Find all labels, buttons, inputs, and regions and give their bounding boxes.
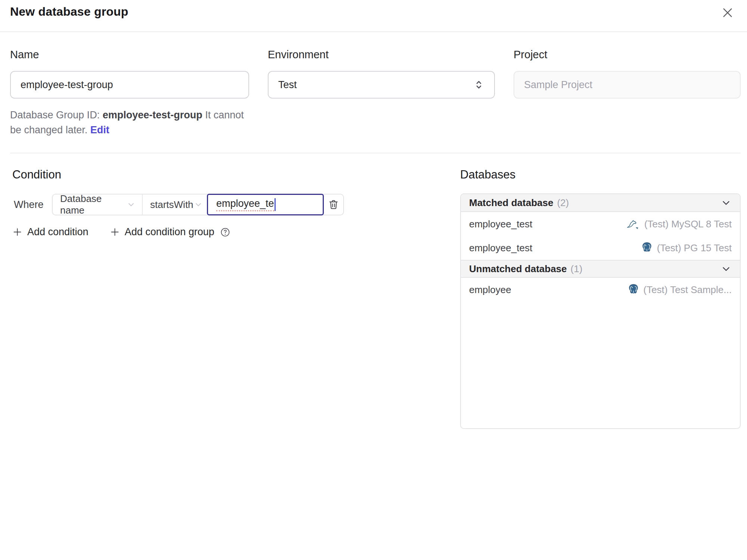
- where-label: Where: [10, 199, 52, 211]
- group-form: Name employee-test-group Database Group …: [10, 48, 741, 137]
- database-instance: (Test) MySQL 8 Test: [626, 218, 732, 230]
- databases-panel: Matched database (2) employee_test (Test…: [460, 193, 741, 429]
- condition-section: Condition Where Database name startsWith…: [10, 167, 361, 238]
- dialog-header: New database group: [0, 0, 747, 32]
- close-button[interactable]: [719, 4, 736, 21]
- database-instance: (Test) PG 15 Test: [641, 242, 732, 254]
- close-icon: [720, 6, 735, 20]
- edit-id-link[interactable]: Edit: [90, 124, 109, 136]
- environment-label: Environment: [268, 48, 495, 61]
- postgres-icon: [628, 284, 639, 296]
- matched-database-list: employee_test (Test) MySQL 8 Test employ…: [461, 212, 740, 260]
- group-id-helper-prefix: Database Group ID:: [10, 109, 103, 121]
- project-label: Project: [514, 48, 741, 61]
- unmatched-database-title: Unmatched database: [469, 263, 567, 275]
- group-id-value: employee-test-group: [103, 109, 202, 121]
- matched-database-title: Matched database: [469, 197, 553, 209]
- condition-operator-select[interactable]: startsWith: [143, 195, 207, 215]
- add-condition-group-button[interactable]: Add condition group: [110, 226, 214, 238]
- new-database-group-dialog: { "dialog": { "title": "New database gro…: [0, 0, 747, 560]
- project-input-value: Sample Project: [524, 79, 592, 91]
- chevron-down-icon: [193, 200, 203, 209]
- project-input: Sample Project: [514, 71, 741, 99]
- condition-value-input[interactable]: employee_te: [207, 194, 324, 215]
- project-field-column: Project Sample Project: [514, 48, 741, 137]
- environment-select-value: Test: [278, 79, 297, 91]
- database-row[interactable]: employee_test (Test) MySQL 8 Test: [461, 212, 740, 236]
- matched-database-header[interactable]: Matched database (2): [461, 194, 740, 212]
- plus-icon: [110, 227, 120, 237]
- database-instance-label: (Test) Test Sample...: [644, 284, 732, 296]
- help-icon[interactable]: [220, 227, 230, 237]
- text-cursor: [275, 198, 276, 211]
- section-divider: [10, 153, 741, 153]
- chevron-down-icon: [126, 200, 136, 209]
- condition-heading: Condition: [12, 167, 361, 182]
- plus-icon: [12, 227, 22, 237]
- chevron-down-icon: [720, 263, 732, 274]
- add-condition-group-label: Add condition group: [125, 226, 214, 238]
- delete-condition-button[interactable]: [324, 195, 343, 215]
- database-row[interactable]: employee (Test) Test Sample...: [461, 278, 740, 302]
- trash-icon: [328, 199, 340, 211]
- group-id-helper: Database Group ID: employee-test-group I…: [10, 108, 249, 137]
- database-name: employee: [469, 284, 511, 296]
- environment-select[interactable]: Test: [268, 71, 495, 99]
- condition-factor-select[interactable]: Database name: [53, 195, 143, 215]
- unmatched-database-header[interactable]: Unmatched database (1): [461, 260, 740, 278]
- add-condition-label: Add condition: [27, 226, 89, 238]
- name-input-value: employee-test-group: [21, 79, 113, 91]
- environment-field-column: Environment Test: [268, 48, 495, 137]
- postgres-icon: [641, 242, 653, 254]
- mysql-icon: [626, 218, 640, 230]
- dialog-title: New database group: [10, 5, 128, 19]
- database-name: employee_test: [469, 218, 532, 230]
- condition-actions: Add condition Add condition group: [12, 226, 361, 238]
- condition-value-text: employee_te: [216, 198, 274, 211]
- chevron-down-icon: [720, 197, 732, 208]
- database-instance-label: (Test) PG 15 Test: [657, 242, 732, 254]
- add-condition-button[interactable]: Add condition: [12, 226, 89, 238]
- name-input[interactable]: employee-test-group: [10, 71, 249, 99]
- unmatched-database-list: employee (Test) Test Sample...: [461, 278, 740, 302]
- database-row[interactable]: employee_test (Test) PG 15 Test: [461, 236, 740, 260]
- databases-heading: Databases: [460, 167, 741, 182]
- unmatched-database-count: (1): [571, 263, 583, 275]
- database-instance-label: (Test) MySQL 8 Test: [644, 218, 732, 230]
- databases-section: Databases Matched database (2) employee_…: [460, 167, 741, 429]
- condition-expression-group: Database name startsWith employee_te: [52, 194, 344, 215]
- condition-row: Where Database name startsWith employee_…: [10, 194, 361, 215]
- name-field-column: Name employee-test-group Database Group …: [10, 48, 249, 137]
- database-name: employee_test: [469, 242, 532, 254]
- chevron-up-down-icon: [473, 79, 484, 90]
- condition-operator-value: startsWith: [150, 199, 193, 211]
- database-instance: (Test) Test Sample...: [628, 284, 732, 296]
- condition-factor-value: Database name: [60, 193, 126, 216]
- matched-database-count: (2): [557, 197, 569, 209]
- name-label: Name: [10, 48, 249, 61]
